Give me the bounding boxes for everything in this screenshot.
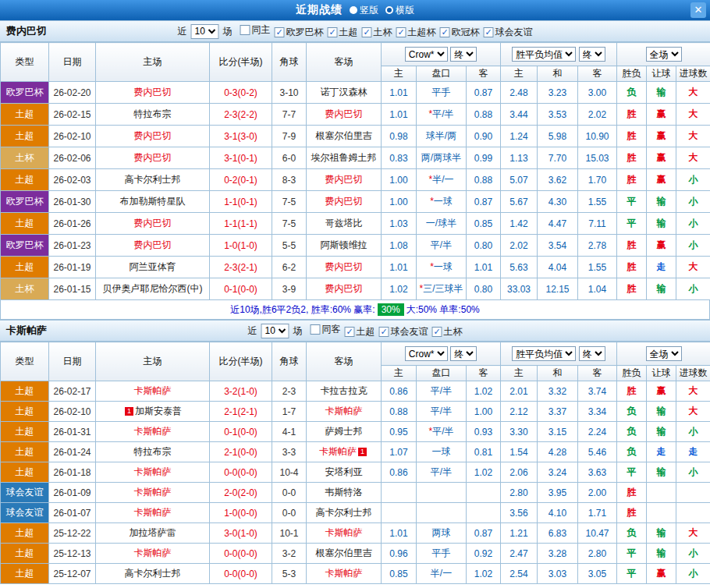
team-link[interactable]: 高卡尔利士邦 <box>125 568 181 579</box>
layout-vertical-radio[interactable]: 竖版 <box>350 4 378 17</box>
match-row: 欧罗巴杯26-02-20费内巴切0-3(0-2)3-10诺丁汉森林1.01平手0… <box>1 82 710 104</box>
match-count-select[interactable]: 10 <box>261 324 289 338</box>
team-link[interactable]: 费内巴切 <box>134 87 172 97</box>
checkbox-icon[interactable]: ✓ <box>328 27 338 37</box>
handicap-odds-home-cell: 1.01 <box>382 257 417 278</box>
team-link[interactable]: 卡斯帕萨 <box>325 568 363 579</box>
avg-final-select[interactable]: 终 <box>579 47 605 62</box>
team-link[interactable]: 韦斯特洛 <box>325 487 363 498</box>
filter-欧冠杯[interactable]: ✓欧冠杯 <box>440 26 480 39</box>
team-link[interactable]: 卡斯帕萨 <box>319 446 357 457</box>
checkbox-icon[interactable]: ✓ <box>345 327 355 337</box>
filter-同客[interactable]: 同客 <box>311 323 341 336</box>
team-link[interactable]: 根塞尔伯里吉 <box>316 130 372 141</box>
team-link[interactable]: 加斯安泰普 <box>135 406 182 416</box>
match-result-cell: 负 <box>617 82 647 104</box>
filter-土超杯[interactable]: ✓土超杯 <box>396 26 436 39</box>
checkbox-icon[interactable]: ✓ <box>362 27 372 37</box>
avg-select[interactable]: 胜平负均值 <box>512 346 576 361</box>
checkbox-icon[interactable] <box>240 25 250 35</box>
home-team-cell: 高卡尔利士邦 <box>96 564 210 584</box>
team-link[interactable]: 卡斯帕萨 <box>325 406 363 416</box>
match-count-select[interactable]: 10 <box>191 24 219 39</box>
checkbox-icon[interactable]: ✓ <box>432 327 442 337</box>
team-link[interactable]: 特拉布宗 <box>134 446 172 457</box>
away-team-cell: 安塔利亚 <box>307 462 382 483</box>
corner-cell: 0-0 <box>272 503 307 523</box>
filter-土杯[interactable]: ✓土杯 <box>362 26 392 39</box>
team-link[interactable]: 费内巴切 <box>134 218 172 228</box>
team-link[interactable]: 阿斯顿维拉 <box>321 239 367 250</box>
avg-final-select[interactable]: 终 <box>579 346 605 361</box>
team-link[interactable]: 诺丁汉森林 <box>321 87 367 97</box>
team-link[interactable]: 布加勒斯特星队 <box>120 196 186 207</box>
handicap-odds-home-cell: 0.88 <box>382 402 417 422</box>
avg-away-odds-cell: 1.70 <box>578 169 617 191</box>
bookmaker-select[interactable]: Crow* <box>405 346 448 361</box>
filter-土超[interactable]: ✓土超 <box>345 325 375 338</box>
team-link[interactable]: 费内巴切 <box>134 130 172 141</box>
team-link[interactable]: 高卡尔利士邦 <box>316 507 372 518</box>
checkbox-icon[interactable]: ✓ <box>275 27 285 37</box>
filter-土超[interactable]: ✓土超 <box>328 26 358 39</box>
team-link[interactable]: 哥兹塔比 <box>325 218 363 228</box>
handicap-result-cell: 输 <box>647 544 676 564</box>
team-link[interactable]: 埃尔祖鲁姆土邦 <box>311 152 377 163</box>
team-link[interactable]: 卡斯帕萨 <box>134 466 172 477</box>
team-link[interactable]: 费内巴切 <box>325 108 363 119</box>
close-button[interactable]: ✕ <box>690 2 706 18</box>
odds-final-select[interactable]: 终 <box>450 346 477 361</box>
match-type-cell: 土超 <box>1 523 49 544</box>
team-link[interactable]: 费内巴切 <box>325 283 363 294</box>
team-link[interactable]: 加拉塔萨雷 <box>130 527 176 538</box>
col-date: 日期 <box>49 43 96 82</box>
col-avg-away: 客 <box>578 366 617 381</box>
filter-球会友谊[interactable]: ✓球会友谊 <box>379 325 428 338</box>
layout-horizontal-radio[interactable]: 横版 <box>385 4 414 17</box>
team-link[interactable]: 特拉布宗 <box>134 108 172 119</box>
filter-欧罗巴杯[interactable]: ✓欧罗巴杯 <box>275 26 324 39</box>
match-type-cell: 土超 <box>1 442 49 462</box>
col-avg-draw: 和 <box>538 366 578 381</box>
handicap-odds-away-cell: 1.02 <box>467 381 501 402</box>
team-link[interactable]: 卡拉古拉克 <box>321 385 367 396</box>
handicap-result-cell: 输 <box>647 191 676 213</box>
handicap-line-cell <box>417 503 467 523</box>
fullmatch-select[interactable]: 全场 <box>646 47 682 62</box>
filter-同主[interactable]: 同主 <box>240 23 271 37</box>
filter-土杯[interactable]: ✓土杯 <box>432 325 463 338</box>
team-link[interactable]: 高卡尔利士邦 <box>125 174 181 185</box>
team-link[interactable]: 卡斯帕萨 <box>134 385 172 396</box>
checkbox-icon[interactable] <box>311 324 321 335</box>
odds-final-select[interactable]: 终 <box>450 47 477 62</box>
team-link[interactable]: 费内巴切 <box>325 174 363 185</box>
team-link[interactable]: 卡斯帕萨 <box>134 487 172 498</box>
checkbox-icon[interactable]: ✓ <box>379 327 389 337</box>
home-team-cell: 卡斯帕萨 <box>96 483 210 503</box>
team-link[interactable]: 费内巴切 <box>134 152 172 163</box>
match-row: 土超26-02-15特拉布宗2-3(2-2)7-7费内巴切1.01*平/半0.8… <box>1 104 710 126</box>
avg-select[interactable]: 胜平负均值 <box>512 47 576 62</box>
team-link[interactable]: 卡斯帕萨 <box>134 426 172 437</box>
team-link[interactable]: 卡斯帕萨 <box>325 527 363 538</box>
team-link[interactable]: 费内巴切 <box>325 261 363 272</box>
checkbox-icon[interactable]: ✓ <box>396 27 406 37</box>
team-link[interactable]: 根塞尔伯里吉 <box>316 547 372 558</box>
team-link[interactable]: 卡斯帕萨 <box>134 547 172 558</box>
bookmaker-select[interactable]: Crow* <box>405 47 448 62</box>
filter-球会友谊[interactable]: ✓球会友谊 <box>484 26 533 39</box>
team-link[interactable]: 卡斯帕萨 <box>134 507 172 518</box>
checkbox-icon[interactable]: ✓ <box>440 27 450 37</box>
handicap-odds-away-cell: 0.87 <box>467 191 501 213</box>
avg-draw-odds-cell: 3.37 <box>538 402 578 422</box>
fullmatch-select[interactable]: 全场 <box>646 346 682 361</box>
team-link[interactable]: 萨姆士邦 <box>325 426 363 437</box>
checkbox-icon[interactable]: ✓ <box>484 27 494 37</box>
team-link[interactable]: 费内巴切 <box>134 239 172 250</box>
score-cell: 0-0(0-0) <box>210 544 272 564</box>
team-link[interactable]: 安塔利亚 <box>325 466 363 477</box>
team-link[interactable]: 阿兰亚体育 <box>130 261 176 272</box>
team-link[interactable]: 费内巴切 <box>325 196 363 207</box>
summary-text: 30% <box>378 303 404 316</box>
team-link[interactable]: 贝伊奥卢耶尼恰尔西(中) <box>103 283 203 294</box>
